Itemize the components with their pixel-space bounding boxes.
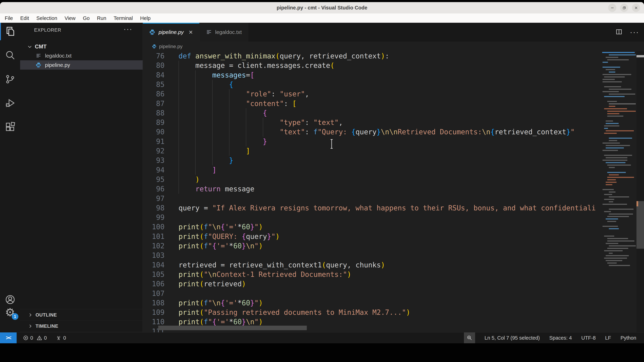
error-icon bbox=[23, 335, 28, 341]
minimap-line bbox=[604, 199, 614, 200]
code-line[interactable]: 95 ) bbox=[143, 175, 602, 184]
close-button[interactable] bbox=[632, 4, 640, 12]
tab-pipeline.py[interactable]: pipeline.py✕ bbox=[143, 23, 200, 42]
code-line[interactable]: 100print(f"\n{'='*60}") bbox=[143, 222, 602, 232]
status-right: Ln 5, Col 7 (95 selected) Spaces: 4 UTF-… bbox=[464, 333, 644, 343]
restore-button[interactable] bbox=[620, 4, 628, 12]
code-line[interactable]: 84 messages=[ bbox=[143, 70, 602, 80]
indentation-status[interactable]: Spaces: 4 bbox=[549, 335, 572, 341]
menu-go[interactable]: Go bbox=[79, 14, 93, 23]
minimap-line bbox=[604, 128, 608, 129]
tab-legaldoc.txt[interactable]: legaldoc.txt bbox=[200, 23, 248, 42]
problems-status[interactable]: 0 0 bbox=[23, 335, 47, 341]
indent-guide bbox=[229, 137, 230, 146]
code-line[interactable]: 94 ] bbox=[143, 165, 602, 175]
file-item-pipeline.py[interactable]: pipeline.py bbox=[20, 60, 142, 70]
code-line[interactable]: 106print(retrieved) bbox=[143, 279, 602, 289]
code-line[interactable]: 80 message = client.messages.create( bbox=[143, 61, 602, 70]
code-line[interactable]: 85 { bbox=[143, 80, 602, 89]
cursor-position[interactable]: Ln 5, Col 7 (95 selected) bbox=[484, 335, 540, 341]
tab-close-icon[interactable]: ✕ bbox=[188, 29, 193, 35]
code-line[interactable]: 105print("\nContext-1 Retrieved Document… bbox=[143, 270, 602, 279]
minimap-line bbox=[607, 240, 634, 242]
more-actions-icon[interactable]: ··· bbox=[124, 25, 132, 33]
menu-selection[interactable]: Selection bbox=[33, 14, 61, 23]
code-line[interactable]: 89 "type": "text", bbox=[143, 118, 602, 127]
code-line[interactable]: 93 } bbox=[143, 156, 602, 165]
breadcrumb[interactable]: pipeline.py bbox=[143, 42, 644, 51]
code-line[interactable]: 87 "content": [ bbox=[143, 99, 602, 108]
indent-guide bbox=[212, 118, 212, 127]
close-icon bbox=[634, 6, 638, 10]
menu-terminal[interactable]: Terminal bbox=[110, 14, 136, 23]
ports-status[interactable]: 0 bbox=[56, 335, 66, 341]
activity-run-debug[interactable] bbox=[0, 94, 20, 112]
scrollbar-thumb[interactable] bbox=[636, 201, 644, 249]
panel-timeline[interactable]: TIMELINE bbox=[20, 320, 142, 332]
encoding-status[interactable]: UTF-8 bbox=[581, 335, 596, 341]
code-text: print(f"\n{'='*60}") bbox=[178, 298, 263, 308]
code-line[interactable]: 76def answer_with_minimax(query, retriev… bbox=[143, 51, 602, 61]
horizontal-scrollbar[interactable] bbox=[158, 326, 307, 330]
line-number: 99 bbox=[143, 213, 164, 222]
code-line[interactable]: 91 } bbox=[143, 137, 602, 146]
code-line[interactable]: 110print(f"{'='*60}\n") bbox=[143, 317, 602, 327]
code-line[interactable]: 107 bbox=[143, 289, 602, 298]
code-text: print(f"{'='*60}\n") bbox=[178, 241, 263, 251]
indent-guide bbox=[178, 156, 179, 165]
menu-help[interactable]: Help bbox=[136, 14, 154, 23]
activity-extensions[interactable] bbox=[0, 118, 20, 136]
code-viewport[interactable]: 76def answer_with_minimax(query, retriev… bbox=[143, 51, 644, 332]
code-line[interactable]: 97 bbox=[143, 194, 602, 203]
minimap-line bbox=[606, 147, 624, 148]
eol-status[interactable]: LF bbox=[605, 335, 611, 341]
menu-edit[interactable]: Edit bbox=[16, 14, 33, 23]
code-line[interactable]: 104retrieved = retrieve_with_context1(qu… bbox=[143, 260, 602, 270]
minimap-line bbox=[606, 130, 634, 131]
menu-file[interactable]: File bbox=[1, 14, 16, 23]
code-line[interactable]: 92 ] bbox=[143, 146, 602, 156]
line-number: 86 bbox=[143, 89, 164, 99]
activity-source-control[interactable] bbox=[0, 71, 20, 88]
code-line[interactable]: 96 return message bbox=[143, 184, 602, 194]
indent-guide bbox=[195, 127, 196, 137]
code-line[interactable]: 90 "text": f"Query: {query}\n\nRetrieved… bbox=[143, 127, 602, 137]
indent-guide bbox=[178, 137, 179, 146]
zoom-status[interactable] bbox=[464, 333, 475, 343]
explorer-header[interactable]: EXPLORER ··· bbox=[20, 26, 142, 34]
vertical-scrollbar[interactable] bbox=[636, 51, 644, 332]
code-line[interactable]: 108print(f"\n{'='*60}") bbox=[143, 298, 602, 308]
line-number: 101 bbox=[143, 232, 164, 241]
minimap-line bbox=[607, 165, 631, 166]
activity-search[interactable] bbox=[0, 46, 20, 64]
file-item-legaldoc.txt[interactable]: legaldoc.txt bbox=[20, 51, 142, 60]
code-line[interactable]: 101print(f"QUERY: {query}") bbox=[143, 232, 602, 241]
code-line[interactable]: 88 { bbox=[143, 108, 602, 118]
activity-settings[interactable]: ⚙1 bbox=[0, 303, 20, 321]
folder-root-cmt[interactable]: CMT bbox=[20, 42, 142, 51]
minimize-button[interactable] bbox=[608, 4, 616, 12]
minimap-line bbox=[602, 67, 620, 68]
more-editor-actions-icon[interactable]: ··· bbox=[630, 29, 639, 36]
minimap[interactable] bbox=[602, 51, 636, 332]
menu-run[interactable]: Run bbox=[93, 14, 110, 23]
code-line[interactable]: 109print("Passing retrieved documents to… bbox=[143, 308, 602, 317]
line-number: 90 bbox=[143, 127, 164, 137]
mouse-cursor-ibeam bbox=[329, 139, 334, 149]
title-bar[interactable]: pipeline.py - cmt - Visual Studio Code bbox=[0, 2, 644, 14]
minimap-line bbox=[604, 250, 623, 251]
split-editor-icon[interactable] bbox=[616, 28, 622, 36]
activity-explorer[interactable] bbox=[0, 23, 20, 40]
panel-outline[interactable]: OUTLINE bbox=[20, 309, 142, 321]
language-status[interactable]: Python bbox=[620, 335, 636, 341]
explorer-icon bbox=[5, 26, 16, 37]
indent-guide bbox=[195, 89, 196, 99]
line-number: 108 bbox=[143, 298, 164, 308]
code-line[interactable]: 103 bbox=[143, 251, 602, 260]
code-line[interactable]: 99 bbox=[143, 213, 602, 222]
code-line[interactable]: 102print(f"{'='*60}\n") bbox=[143, 241, 602, 251]
code-line[interactable]: 86 "role": "user", bbox=[143, 89, 602, 99]
remote-indicator[interactable]: >< bbox=[0, 333, 16, 343]
code-line[interactable]: 98query = "If Alex Rivera resigns tomorr… bbox=[143, 203, 602, 213]
menu-view[interactable]: View bbox=[61, 14, 79, 23]
